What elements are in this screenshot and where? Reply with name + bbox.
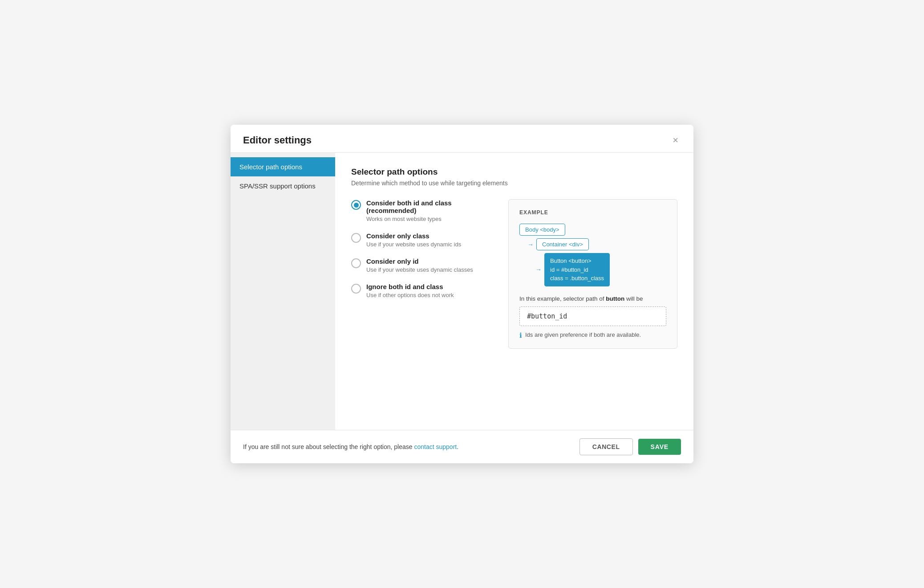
selector-display: #button_id: [519, 306, 666, 326]
option-only-class[interactable]: Consider only class Use if your website …: [351, 232, 494, 248]
info-text: Ids are given preference if both are ava…: [525, 331, 641, 338]
option-class-label: Consider only class: [366, 232, 461, 240]
footer-text: If you are still not sure about selectin…: [243, 443, 458, 450]
tree-box-container: Container <div>: [536, 238, 589, 250]
section-description: Determine which method to use while targ…: [351, 180, 677, 187]
cancel-button[interactable]: CANCEL: [580, 438, 633, 455]
sidebar-item-spa-ssr[interactable]: SPA/SSR support options: [231, 176, 335, 196]
radio-only-class[interactable]: [351, 233, 361, 243]
button-node-class: class = .button_class: [550, 274, 604, 283]
tree-node-button: → Button <button> id = #button_id class …: [535, 253, 666, 286]
tree-arrow-button: →: [535, 266, 542, 273]
example-text-after: will be: [624, 295, 643, 302]
option-ignore-both[interactable]: Ignore both id and class Use if other op…: [351, 283, 494, 298]
radio-both-id-class[interactable]: [351, 200, 361, 210]
option-only-id[interactable]: Consider only id Use if your website use…: [351, 257, 494, 273]
dialog-body: Selector path options SPA/SSR support op…: [231, 153, 693, 430]
tree-arrow-container: →: [527, 241, 534, 248]
option-id-sublabel: Use if your website uses dynamic classes: [366, 266, 473, 273]
option-none-sublabel: Use if other options does not work: [366, 292, 454, 298]
main-content: Selector path options Determine which me…: [335, 153, 693, 430]
dialog-header: Editor settings ×: [231, 125, 693, 153]
footer-text-before: If you are still not sure about selectin…: [243, 443, 414, 450]
radio-only-id[interactable]: [351, 258, 361, 268]
example-box: EXAMPLE Body <body> → Container <div>: [508, 199, 677, 349]
example-text-bold: button: [606, 295, 624, 302]
button-node-title: Button <button>: [550, 257, 604, 265]
radio-inner-both-id-class: [354, 203, 359, 208]
sidebar: Selector path options SPA/SSR support op…: [231, 153, 335, 430]
option-both-sublabel: Works on most website types: [366, 216, 494, 222]
info-row: ℹ Ids are given preference if both are a…: [519, 331, 666, 339]
option-both-label: Consider both id and class (recommended): [366, 199, 494, 214]
example-description: In this example, selector path of button…: [519, 295, 666, 302]
option-both-id-class[interactable]: Consider both id and class (recommended)…: [351, 199, 494, 222]
sidebar-item-selector-path[interactable]: Selector path options: [231, 157, 335, 176]
options-list: Consider both id and class (recommended)…: [351, 199, 494, 298]
options-and-example: Consider both id and class (recommended)…: [351, 199, 677, 349]
section-title: Selector path options: [351, 167, 677, 177]
tree-box-button: Button <button> id = #button_id class = …: [544, 253, 610, 286]
dialog-title: Editor settings: [243, 135, 312, 146]
option-class-sublabel: Use if your website uses dynamic ids: [366, 241, 461, 248]
tree-node-container: → Container <div>: [527, 238, 666, 250]
editor-settings-dialog: Editor settings × Selector path options …: [231, 125, 693, 463]
option-none-label: Ignore both id and class: [366, 283, 454, 290]
tree-node-body: Body <body>: [519, 224, 666, 236]
footer-text-after: .: [457, 443, 458, 450]
radio-ignore-both[interactable]: [351, 284, 361, 294]
example-text-before: In this example, selector path of: [519, 295, 606, 302]
save-button[interactable]: SAVE: [638, 439, 681, 455]
tree-diagram: Body <body> → Container <div> → Button <…: [519, 224, 666, 286]
option-id-label: Consider only id: [366, 257, 473, 265]
footer-buttons: CANCEL SAVE: [580, 438, 681, 455]
example-label: EXAMPLE: [519, 209, 666, 216]
contact-support-link[interactable]: contact support: [414, 443, 457, 450]
dialog-footer: If you are still not sure about selectin…: [231, 430, 693, 463]
tree-box-body: Body <body>: [519, 224, 565, 236]
close-button[interactable]: ×: [670, 135, 681, 146]
info-icon: ℹ: [519, 331, 522, 339]
button-node-id: id = #button_id: [550, 265, 604, 274]
